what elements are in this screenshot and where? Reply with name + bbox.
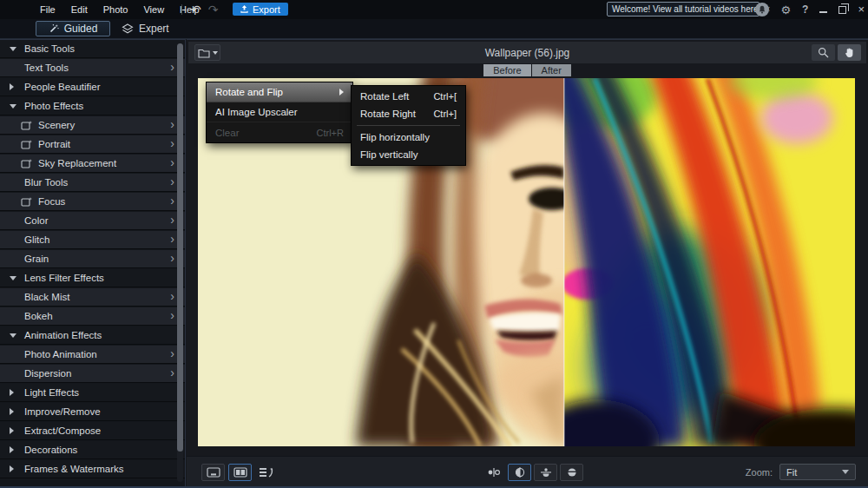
sidebar-item-portrait[interactable]: Portrait <box>0 135 185 154</box>
notifications-button[interactable] <box>755 3 769 16</box>
menu-item-ai-image-upscaler[interactable]: AI Image Upscaler <box>207 102 352 122</box>
sidebar-item-photo-animation[interactable]: Photo Animation <box>0 346 185 364</box>
chevron-right-icon <box>170 155 174 173</box>
pan-tool-button[interactable] <box>838 44 861 61</box>
menu-edit[interactable]: Edit <box>71 4 88 15</box>
compare-mode-group <box>482 464 583 481</box>
tab-guided[interactable]: Guided <box>36 21 110 36</box>
sidebar-header-lens-filter-effects[interactable]: Lens Filter Effects <box>0 269 185 287</box>
sidebar-item-sky-replacement[interactable]: Sky Replacement <box>0 155 185 173</box>
menu-separator <box>357 125 460 126</box>
menu-item-rotate-left[interactable]: Rotate Left Ctrl+[ <box>352 88 465 105</box>
sidebar-label: Scenery <box>38 120 75 130</box>
sidebar-header-photo-effects[interactable]: Photo Effects <box>0 97 185 115</box>
sidebar-scrollbar-thumb[interactable] <box>177 43 183 452</box>
menu-photo[interactable]: Photo <box>103 4 128 15</box>
sidebar-item-grain[interactable]: Grain <box>0 250 185 268</box>
ai-feature-icon <box>21 140 32 149</box>
sidebar-label: Lens Filter Effects <box>24 273 104 283</box>
collapsed-triangle-icon <box>10 389 14 396</box>
compare-view-button[interactable] <box>228 464 252 481</box>
sidebar-label: People Beautifier <box>24 82 101 92</box>
sidebar-header-light-effects[interactable]: Light Effects <box>0 384 185 402</box>
welcome-notice[interactable]: Welcome! View all tutorial videos here! … <box>607 2 760 16</box>
single-view-icon <box>207 467 220 478</box>
sidebar-item-dispersion[interactable]: Dispersion <box>0 365 185 383</box>
sidebar-label: Color <box>24 215 48 226</box>
sidebar-item-blur-tools[interactable]: Blur Tools <box>0 174 185 192</box>
sidebar-label: Black Mist <box>24 292 69 302</box>
sidebar-scrollbar[interactable] <box>177 43 183 482</box>
chevron-right-icon <box>170 116 174 135</box>
single-view-button[interactable] <box>201 464 225 481</box>
sidebar-label: Photo Effects <box>24 101 83 111</box>
after-button[interactable]: After <box>532 64 571 76</box>
zoom-level-dropdown[interactable]: Fit <box>779 464 856 480</box>
undo-icon[interactable]: ↶ <box>191 0 201 19</box>
ai-feature-icon <box>21 159 32 168</box>
sidebar-header-frames-watermarks[interactable]: Frames & Watermarks <box>0 460 185 478</box>
before-after-toggle: Before After <box>187 64 868 76</box>
sidebar-label: Bokeh <box>24 311 53 321</box>
sidebar-item-focus[interactable]: Focus <box>0 193 185 211</box>
menu-item-flip-horizontally[interactable]: Flip horizontally <box>352 129 465 146</box>
history-button[interactable] <box>256 464 279 481</box>
split-top-bottom-button[interactable] <box>534 464 557 481</box>
sidebar-label: Animation Effects <box>24 330 102 340</box>
redo-icon[interactable]: ↷ <box>208 0 219 19</box>
before-button[interactable]: Before <box>483 64 530 76</box>
chevron-right-icon <box>170 212 174 230</box>
sidebar-item-color[interactable]: Color <box>0 212 185 230</box>
chevron-right-icon <box>170 174 174 192</box>
menu-item-clear[interactable]: Clear Ctrl+R <box>207 122 352 142</box>
menubar: File Edit Photo View Help <box>40 0 200 19</box>
sidebar-header-extract-compose[interactable]: Extract/Compose <box>0 422 185 440</box>
export-button[interactable]: Export <box>233 3 288 16</box>
chevron-right-icon <box>170 346 174 364</box>
sidebar-header-decorations[interactable]: Decorations <box>0 441 185 459</box>
chevron-right-icon <box>170 231 174 249</box>
sidebar-item-text-tools[interactable]: Text Tools <box>0 59 185 77</box>
sidebar-item-bokeh[interactable]: Bokeh <box>0 307 185 326</box>
window-close-button[interactable]: × <box>858 0 865 19</box>
sidebar-item-glitch[interactable]: Glitch <box>0 231 185 249</box>
sidebar-item-black-mist[interactable]: Black Mist <box>0 288 185 307</box>
window-restore-button[interactable] <box>838 6 846 14</box>
sidebar-item-scenery[interactable]: Scenery <box>0 116 185 135</box>
split-band-button[interactable] <box>560 464 583 481</box>
compare-side-by-side-button[interactable] <box>482 464 505 481</box>
menu-item-rotate-and-flip[interactable]: Rotate and Flip <box>207 82 352 102</box>
layers-icon <box>122 23 134 35</box>
zoom-tool-button[interactable] <box>812 44 835 61</box>
menu-file[interactable]: File <box>40 4 56 15</box>
sidebar-header-basic-tools[interactable]: Basic Tools <box>0 40 185 58</box>
menu-view[interactable]: View <box>143 4 164 15</box>
rotate-flip-submenu: Rotate Left Ctrl+[ Rotate Right Ctrl+] F… <box>351 85 466 166</box>
sidebar-header-improve-remove[interactable]: Improve/Remove <box>0 403 185 421</box>
sidebar-label: Extract/Compose <box>24 425 101 436</box>
collapsed-triangle-icon <box>10 83 14 90</box>
sidebar-label: Portrait <box>38 139 70 149</box>
submenu-arrow-icon <box>339 89 344 96</box>
canvas-context-menu: Rotate and Flip AI Image Upscaler Clear … <box>206 82 353 143</box>
hand-icon <box>844 47 855 58</box>
tab-expert[interactable]: Expert <box>122 21 169 36</box>
menu-item-rotate-right[interactable]: Rotate Right Ctrl+] <box>352 105 465 122</box>
sidebar-header-people-beautifier[interactable]: People Beautifier <box>0 78 185 96</box>
sidebar-header-animation-effects[interactable]: Animation Effects <box>0 326 185 345</box>
ai-feature-icon <box>21 197 32 207</box>
menu-item-flip-vertically[interactable]: Flip vertically <box>352 146 465 163</box>
expanded-triangle-icon <box>10 47 16 51</box>
toolbar-divider <box>181 4 182 15</box>
side-by-side-compare-icon <box>487 467 501 478</box>
split-left-right-button[interactable] <box>508 464 531 481</box>
settings-gear-icon[interactable]: ⚙ <box>780 3 791 16</box>
dual-view-icon <box>233 467 247 478</box>
chevron-right-icon <box>170 250 174 268</box>
help-icon[interactable]: ? <box>802 3 808 16</box>
tab-expert-label: Expert <box>139 23 169 35</box>
canvas-footer: Zoom: Fit <box>187 456 868 488</box>
window-minimize-button[interactable] <box>819 6 827 13</box>
sidebar-label: Grain <box>24 254 49 264</box>
chevron-right-icon <box>170 193 174 211</box>
